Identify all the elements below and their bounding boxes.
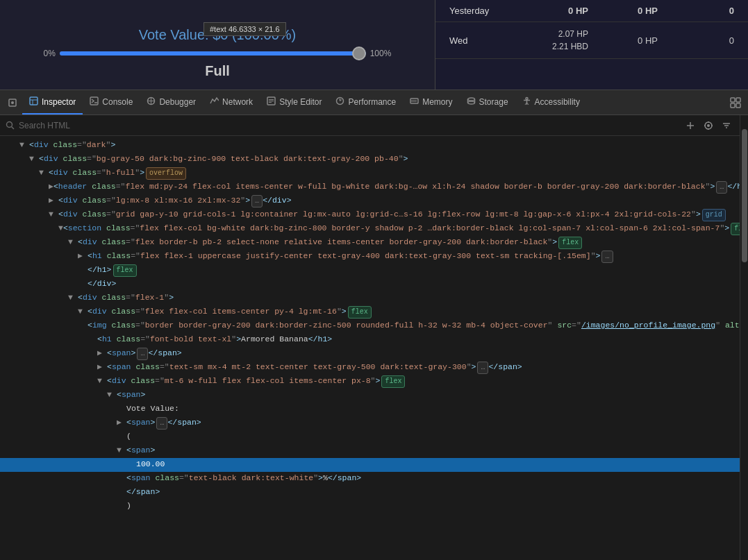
filter-button[interactable] bbox=[719, 118, 734, 133]
svg-point-25 bbox=[467, 101, 474, 104]
tab-memory[interactable]: Memory bbox=[403, 90, 459, 114]
tab-accessibility[interactable]: Accessibility bbox=[515, 90, 587, 114]
tree-line[interactable]: ( bbox=[0, 430, 740, 444]
badge-overflow[interactable]: overflow bbox=[146, 167, 186, 180]
progress-fill bbox=[60, 51, 366, 56]
search-input[interactable] bbox=[19, 121, 679, 130]
col-hp1-yesterday: 0 HP bbox=[519, 6, 588, 16]
preview-area: Vote Value: $0 (100.00%) 0% 100% #text 4… bbox=[0, 0, 748, 90]
tree-line[interactable]: </span> bbox=[0, 486, 740, 500]
tooltip-selector: #text bbox=[210, 25, 226, 33]
badge-ellipsis[interactable]: … bbox=[251, 195, 263, 207]
progress-track[interactable] bbox=[60, 51, 366, 56]
tab-accessibility-label: Accessibility bbox=[535, 97, 580, 107]
svg-rect-2 bbox=[30, 97, 38, 105]
memory-icon bbox=[410, 96, 419, 108]
tree-line[interactable]: ▶ <span> … </span> bbox=[0, 347, 740, 361]
more-tools-icon[interactable] bbox=[726, 93, 745, 112]
tree-line-selected[interactable]: 100.00 bbox=[0, 458, 740, 472]
scrollbar-thumb[interactable] bbox=[742, 129, 747, 262]
accessibility-icon bbox=[522, 96, 531, 108]
badge-grid[interactable]: grid bbox=[702, 209, 726, 221]
svg-point-26 bbox=[526, 97, 528, 99]
tab-storage[interactable]: Storage bbox=[460, 90, 515, 114]
table-row-wed: Wed 2.07 HP 2.21 HBD 0 HP 0 bbox=[435, 22, 748, 59]
progress-thumb[interactable] bbox=[352, 46, 366, 60]
badge-ellipsis[interactable]: … bbox=[716, 181, 727, 194]
tree-line[interactable]: ▼ <section class="flex flex-col bg-white… bbox=[0, 222, 740, 236]
tab-style-editor[interactable]: Style Editor bbox=[260, 90, 329, 114]
tree-line[interactable]: ▼ <span> bbox=[0, 444, 740, 458]
badge-flex[interactable]: flex bbox=[558, 237, 582, 249]
search-actions bbox=[683, 118, 734, 133]
tab-debugger[interactable]: Debugger bbox=[140, 90, 203, 114]
tree-line[interactable]: ▶ <header class="flex md:py-24 flex-col … bbox=[0, 180, 740, 194]
tab-console[interactable]: Console bbox=[83, 90, 140, 114]
scrollbar-track[interactable] bbox=[740, 115, 748, 560]
badge-flex[interactable]: flex bbox=[113, 264, 137, 277]
badge-ellipsis[interactable]: … bbox=[601, 251, 613, 263]
tab-inspector[interactable]: Inspector bbox=[22, 90, 83, 114]
tree-line[interactable]: </div> bbox=[0, 278, 740, 291]
tab-memory-label: Memory bbox=[422, 97, 452, 107]
html-tree[interactable]: ▼ <div class="dark"> ▼ <div class="bg-gr… bbox=[0, 136, 740, 560]
tree-line[interactable]: <img class="border border-gray-200 dark:… bbox=[0, 319, 740, 333]
col-hp2-yesterday: 0 HP bbox=[588, 6, 658, 16]
network-icon bbox=[210, 96, 219, 108]
progress-bar-container: 0% 100% bbox=[44, 49, 392, 58]
tab-debugger-label: Debugger bbox=[159, 97, 196, 107]
console-icon bbox=[90, 96, 99, 108]
col-date-yesterday: Yesterday bbox=[449, 6, 519, 16]
badge-flex[interactable]: flex bbox=[348, 306, 372, 319]
tab-performance[interactable]: Performance bbox=[329, 90, 403, 114]
badge-flex[interactable]: flex bbox=[731, 223, 740, 235]
tree-line[interactable]: ▼ <div class=" grid gap-y-10 grid-cols-1… bbox=[0, 208, 740, 222]
tree-line[interactable]: ) bbox=[0, 500, 740, 514]
tree-line[interactable]: ▼ <div class="mt-6 w-full flex flex-col … bbox=[0, 375, 740, 389]
tree-line[interactable]: ▶ <h1 class="flex flex-1 uppercase justi… bbox=[0, 250, 740, 264]
svg-rect-33 bbox=[731, 103, 735, 108]
badge-flex[interactable]: flex bbox=[381, 375, 405, 388]
add-node-button[interactable] bbox=[683, 118, 698, 133]
tree-line[interactable]: ▶ <span> … </span> bbox=[0, 416, 740, 430]
storage-icon bbox=[467, 96, 476, 108]
svg-rect-32 bbox=[736, 98, 740, 102]
tree-line[interactable]: ▼ <div class="bg-gray-50 dark:bg-zinc-90… bbox=[0, 153, 740, 167]
inspector-icon bbox=[29, 96, 38, 108]
tree-line[interactable]: ▼ <div class="flex-1"> bbox=[0, 291, 740, 305]
style-editor-icon bbox=[267, 96, 276, 108]
tooltip-dimensions: 46.6333 × 21.6 bbox=[228, 25, 280, 33]
tree-panel: ▼ <div class="dark"> ▼ <div class="bg-gr… bbox=[0, 115, 740, 560]
tree-line[interactable]: ▼ <div class="h-full"> overflow bbox=[0, 167, 740, 180]
tree-line[interactable]: ▼ <span> bbox=[0, 389, 740, 402]
col-last-wed: 0 bbox=[658, 35, 734, 46]
tab-storage-label: Storage bbox=[479, 97, 508, 107]
picker-icon[interactable] bbox=[3, 93, 22, 112]
tree-line[interactable]: ▼ <div class="flex flex-col items-center… bbox=[0, 305, 740, 319]
table-row-yesterday: Yesterday 0 HP 0 HP 0 bbox=[435, 0, 748, 22]
performance-icon bbox=[335, 96, 344, 108]
svg-point-40 bbox=[707, 124, 710, 127]
preview-right: Yesterday 0 HP 0 HP 0 Wed 2.07 HP 2.21 H… bbox=[435, 0, 748, 90]
tree-line[interactable]: Vote Value: bbox=[0, 402, 740, 416]
pick-element-button[interactable] bbox=[701, 118, 716, 133]
badge-ellipsis[interactable]: … bbox=[477, 362, 488, 374]
tree-line[interactable]: ▶ <span class="text-sm mx-4 mt-2 text-ce… bbox=[0, 361, 740, 375]
tab-console-label: Console bbox=[102, 97, 133, 107]
search-icon bbox=[6, 121, 15, 130]
toolbar-right-actions bbox=[726, 93, 745, 112]
tab-network[interactable]: Network bbox=[203, 90, 260, 114]
badge-ellipsis[interactable]: … bbox=[137, 348, 148, 360]
badge-ellipsis[interactable]: … bbox=[156, 417, 167, 430]
progress-max-label: 100% bbox=[370, 49, 392, 58]
svg-rect-34 bbox=[736, 103, 740, 108]
tree-line[interactable]: ▼ <div class="flex border-b pb-2 select-… bbox=[0, 236, 740, 250]
tab-performance-label: Performance bbox=[348, 97, 396, 107]
tree-line[interactable]: </h1> flex bbox=[0, 264, 740, 278]
tree-line[interactable]: ▼ <div class="dark"> bbox=[0, 139, 740, 153]
tree-line[interactable]: <h1 class="font-bold text-xl">Armored Ba… bbox=[0, 333, 740, 347]
tab-inspector-label: Inspector bbox=[42, 97, 76, 107]
tree-line[interactable]: <span class="text-black dark:text-white"… bbox=[0, 472, 740, 486]
search-bar bbox=[0, 115, 740, 136]
tree-line[interactable]: ▶ <div class="lg:mx-8 xl:mx-16 2xl:mx-32… bbox=[0, 194, 740, 208]
